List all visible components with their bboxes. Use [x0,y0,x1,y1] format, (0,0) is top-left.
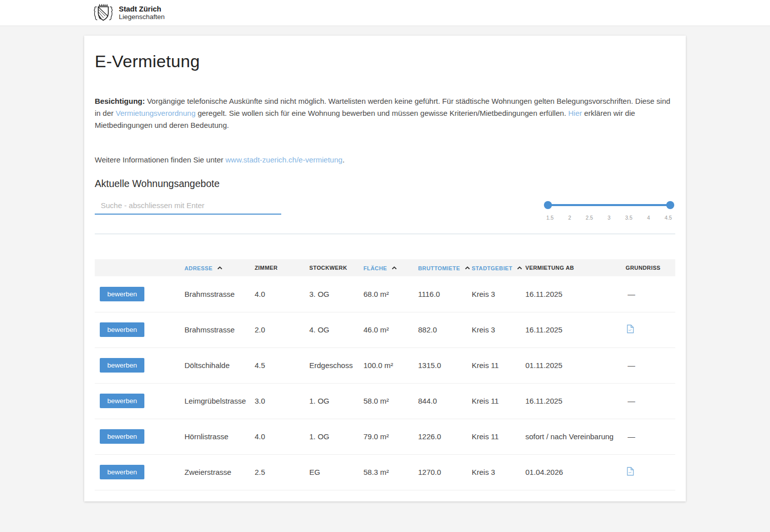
brand-title: Stadt Zürich [119,5,165,13]
cell-stadtgebiet: Kreis 3 [472,454,525,490]
column-header-vermietung-ab[interactable]: VERMIETUNG AB [525,259,626,276]
cell-vermietung-ab: sofort / nach Vereinbarung [525,419,626,454]
cell-zimmer: 4.0 [255,419,309,454]
pdf-file-icon[interactable] [627,467,634,477]
no-plan-dash: — [626,290,635,298]
column-header-grundriss[interactable]: GRUNDRISS [626,259,675,276]
column-header-flaeche[interactable]: FLÄCHE [363,259,418,276]
column-header-zimmer[interactable]: ZIMMER [255,259,309,276]
cell-grundriss: — [626,312,675,347]
sort-chevron-up-icon [465,265,470,271]
cell-stadtgebiet: Kreis 11 [472,347,525,383]
cell-stockwerk: EG [309,454,363,490]
offers-table: ADRESSE ZIMMER STOCKWERK FLÄCHE BRUTTOMI… [95,259,675,490]
more-info-line: Weitere Informationen finden Sie unter w… [95,154,675,165]
cell-stockwerk: 1. OG [309,419,363,454]
apply-button[interactable]: bewerben [100,394,144,408]
table-row: bewerben Brahmsstrasse 2.0 4. OG 46.0 m²… [95,312,675,347]
cell-grundriss: — [626,383,675,419]
cell-vermietung-ab: 16.11.2025 [525,312,626,347]
apply-button[interactable]: bewerben [100,465,144,479]
section-divider [95,234,675,234]
slider-tick: 1.5 [543,215,556,221]
cell-adresse: Döltschihalde [184,347,255,383]
cell-grundriss: — [626,276,675,312]
cell-zimmer: 3.0 [255,383,309,419]
cell-grundriss: — [626,454,675,490]
table-header-row: ADRESSE ZIMMER STOCKWERK FLÄCHE BRUTTOMI… [95,259,675,276]
section-title: Aktuelle Wohnungsangebote [95,178,675,190]
apply-button[interactable]: bewerben [100,322,144,337]
more-info-text: Weitere Informationen finden Sie unter [95,155,226,164]
column-header-bruttomiete[interactable]: BRUTTOMIETE [418,259,472,276]
apply-button[interactable]: bewerben [100,429,144,444]
vermietungsverordnung-link[interactable]: Vermietungsverordnung [116,109,196,117]
cell-bruttomiete: 1315.0 [418,347,472,383]
pdf-file-icon[interactable] [627,324,634,335]
cell-stockwerk: Erdgeschoss [309,347,363,383]
cell-grundriss: — [626,419,675,454]
apply-button[interactable]: bewerben [100,358,144,373]
cell-flaeche: 100.0 m² [363,347,418,383]
sort-chevron-up-icon [217,265,223,271]
hier-link[interactable]: Hier [568,109,582,117]
cell-stockwerk: 4. OG [309,312,363,347]
table-row: bewerben Leimgrübelstrasse 3.0 1. OG 58.… [95,383,675,419]
no-plan-dash: — [626,397,635,405]
table-row: bewerben Döltschihalde 4.5 Erdgeschoss 1… [95,347,675,383]
search-input[interactable] [95,197,281,215]
cell-flaeche: 58.0 m² [363,383,418,419]
cell-adresse: Hörnlistrasse [184,419,255,454]
slider-tick: 2 [563,215,576,221]
table-row: bewerben Brahmsstrasse 4.0 3. OG 68.0 m²… [95,276,675,312]
e-vermietung-url-link[interactable]: www.stadt-zuerich.ch/e-vermietung [226,155,342,164]
cell-bruttomiete: 882.0 [418,312,472,347]
page-title: E-Vermietung [95,50,675,72]
content-card: E-Vermietung Besichtigung: Vorgängige te… [84,36,686,501]
table-row: bewerben Zweierstrasse 2.5 EG 58.3 m² 12… [95,454,675,490]
no-plan-dash: — [626,432,635,441]
column-header-empty [95,259,184,276]
cell-flaeche: 58.3 m² [363,454,418,490]
slider-tick: 2.5 [583,215,596,221]
sort-chevron-up-icon [392,265,397,271]
cell-stadtgebiet: Kreis 3 [472,276,525,312]
slider-tick: 3 [603,215,616,221]
slider-tick: 4 [642,215,655,221]
cell-vermietung-ab: 01.04.2026 [525,454,626,490]
cell-adresse: Brahmsstrasse [184,312,255,347]
cell-grundriss: — [626,347,675,383]
rooms-range-slider[interactable]: 1.5 2 2.5 3 3.5 4 4.5 [547,201,671,223]
cell-flaeche: 68.0 m² [363,276,418,312]
cell-stadtgebiet: Kreis 11 [472,419,525,454]
cell-vermietung-ab: 16.11.2025 [525,383,626,419]
coat-of-arms-icon [92,3,115,23]
slider-track [547,204,671,206]
sort-chevron-up-icon [517,265,522,271]
cell-bruttomiete: 844.0 [418,383,472,419]
slider-handle-min[interactable] [544,201,552,209]
column-header-stockwerk[interactable]: STOCKWERK [309,259,363,276]
no-plan-dash: — [626,361,635,370]
cell-stockwerk: 3. OG [309,276,363,312]
column-header-stadtgebiet[interactable]: STADTGEBIET [472,259,525,276]
cell-stadtgebiet: Kreis 11 [472,383,525,419]
table-row: bewerben Hörnlistrasse 4.0 1. OG 79.0 m²… [95,419,675,454]
slider-tick-labels: 1.5 2 2.5 3 3.5 4 4.5 [543,215,675,221]
filter-row: 1.5 2 2.5 3 3.5 4 4.5 [95,197,675,223]
slider-tick: 3.5 [622,215,635,221]
cell-zimmer: 4.0 [255,276,309,312]
cell-bruttomiete: 1226.0 [418,419,472,454]
cell-stadtgebiet: Kreis 3 [472,312,525,347]
apply-button[interactable]: bewerben [100,287,144,301]
more-info-suffix: . [342,155,344,164]
brand-subtitle: Liegenschaften [119,13,165,21]
cell-zimmer: 2.0 [255,312,309,347]
cell-bruttomiete: 1270.0 [418,454,472,490]
intro-paragraph: Besichtigung: Vorgängige telefonische Au… [95,95,675,131]
column-header-adresse[interactable]: ADRESSE [184,259,255,276]
stadt-zuerich-logo[interactable]: Stadt Zürich Liegenschaften [92,3,165,23]
slider-tick: 4.5 [662,215,675,221]
slider-handle-max[interactable] [666,201,674,209]
cell-stockwerk: 1. OG [309,383,363,419]
